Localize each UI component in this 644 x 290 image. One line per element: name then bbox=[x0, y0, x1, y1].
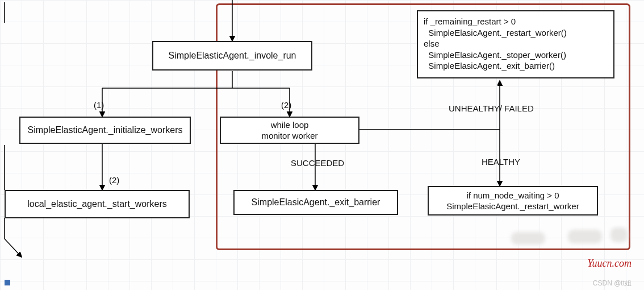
label-healthy: HEALTHY bbox=[482, 157, 520, 167]
smudge bbox=[610, 227, 628, 242]
node-start-workers: local_elastic_agent._start_workers bbox=[5, 190, 190, 218]
text: SimpleElasticAgent._initialize_workers bbox=[27, 125, 182, 136]
node-healthy-branch: if num_node_waiting > 0 SimpleElasicAgen… bbox=[428, 186, 598, 216]
label-two-a: (2) bbox=[281, 100, 291, 110]
node-invoke-run: SimpleElasticAgent._invole_run bbox=[152, 41, 312, 71]
node-exit-barrier: SimpleElasicAgent._exit_barrier bbox=[233, 190, 398, 215]
smudge bbox=[568, 230, 602, 243]
text: if _remaining_restart > 0 SimpleElasicAg… bbox=[424, 16, 567, 72]
csdn-watermark: CSDN @tt姐 bbox=[593, 279, 632, 288]
label-succeeded: SUCCEEDED bbox=[291, 158, 344, 168]
label-two-b: (2) bbox=[109, 175, 119, 185]
smudge bbox=[511, 232, 545, 245]
blue-dot bbox=[5, 280, 10, 285]
flow-diagram: SimpleElasticAgent._invole_run SimpleEla… bbox=[0, 0, 644, 290]
label-one: (1) bbox=[94, 100, 104, 110]
text: SimpleElasticAgent._invole_run bbox=[168, 50, 296, 62]
label-unhealthy: UNHEALTHY/ FAILED bbox=[449, 103, 534, 113]
text: while loop monitor worker bbox=[261, 119, 317, 142]
node-while-loop: while loop monitor worker bbox=[220, 117, 359, 144]
yuucn-watermark: Yuucn.com bbox=[587, 258, 632, 270]
node-restart-branch: if _remaining_restart > 0 SimpleElasicAg… bbox=[417, 10, 614, 78]
text: SimpleElasicAgent._exit_barrier bbox=[252, 197, 380, 209]
svg-line-9 bbox=[5, 239, 22, 257]
text: if num_node_waiting > 0 SimpleElasicAgen… bbox=[446, 190, 579, 212]
text: local_elastic_agent._start_workers bbox=[27, 198, 166, 210]
node-init-workers: SimpleElasticAgent._initialize_workers bbox=[19, 117, 191, 144]
